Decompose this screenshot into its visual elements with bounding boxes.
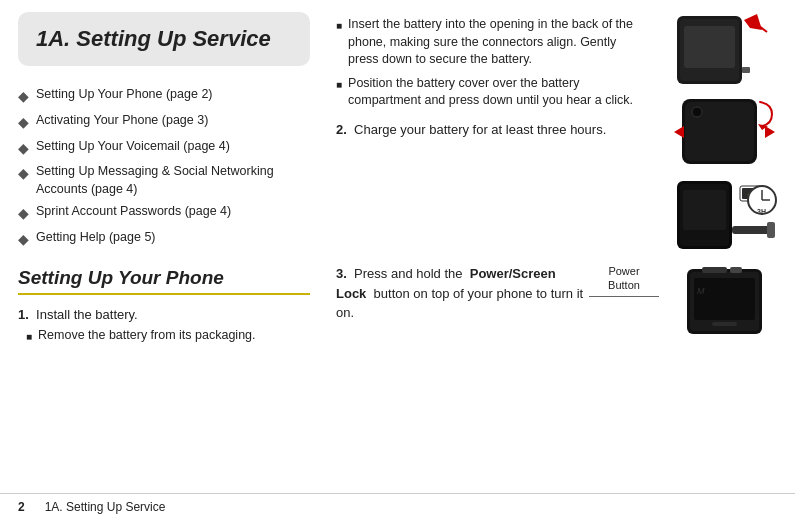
step-2-num: 2. [336,122,347,137]
list-item: ◆ Setting Up Messaging & Social Networki… [18,163,310,198]
svg-rect-29 [694,278,755,320]
footer-title: 1A. Setting Up Service [45,500,166,514]
sub-item-1-text: Remove the battery from its packaging. [38,327,255,345]
svg-rect-30 [712,322,737,326]
right-text-column: ■ Insert the battery into the opening in… [336,12,657,147]
step-3-num: 3. [336,266,347,281]
bullet-icon: ◆ [18,113,29,133]
step-1-num: 1. [18,307,29,322]
svg-rect-14 [683,190,726,230]
list-item: ◆ Sprint Account Passwords (page 4) [18,203,310,224]
bullet-icon: ◆ [18,164,29,184]
phone-image-4: M [672,264,777,342]
phone-image-2 [672,94,777,172]
step-1-block: 1. Install the battery. ■ Remove the bat… [18,307,310,345]
svg-rect-15 [732,226,772,234]
step-3-label: 3. Press and hold the Power/Screen Lock … [336,264,584,323]
step-2-text: Charge your battery for at least three h… [354,122,606,137]
step-3-block: 3. Press and hold the Power/Screen Lock … [336,264,584,328]
step-1-label: 1. Install the battery. [18,307,310,322]
chapter-title: 1A. Setting Up Service [36,26,292,52]
list-item: ◆ Setting Up Your Voicemail (page 4) [18,138,310,159]
svg-rect-27 [702,267,727,273]
bullet-icon: ◆ [18,87,29,107]
phone-image-1 [672,12,777,90]
chapter-title-box: 1A. Setting Up Service [18,12,310,66]
page-container: 1A. Setting Up Service ◆ Setting Up Your… [0,0,795,522]
svg-rect-28 [730,267,742,273]
svg-text:M: M [697,286,705,296]
right-column: ■ Insert the battery into the opening in… [328,12,777,483]
bullet-icon: ◆ [18,204,29,224]
toc-item-6: Getting Help (page 5) [36,229,156,247]
bullet-icon: ◆ [18,230,29,250]
toc-item-5: Sprint Account Passwords (page 4) [36,203,231,221]
phone-image-3: ⚡ 3H [672,176,777,254]
svg-rect-2 [684,26,735,68]
svg-rect-5 [742,67,750,73]
list-item: ◆ Setting Up Your Phone (page 2) [18,86,310,107]
toc-item-4: Setting Up Messaging & Social Networking… [36,163,310,198]
toc-item-1: Setting Up Your Phone (page 2) [36,86,213,104]
svg-rect-16 [767,222,775,238]
power-button-label: PowerButton [608,264,640,293]
bottom-section: 3. Press and hold the Power/Screen Lock … [336,264,777,342]
step-1-text: Install the battery. [36,307,138,322]
list-item: ◆ Activating Your Phone (page 3) [18,112,310,133]
toc-item-3: Setting Up Your Voicemail (page 4) [36,138,230,156]
step-3-prefix: Press and hold the [354,266,462,281]
svg-text:3H: 3H [757,208,766,215]
sub-item-3-text: Position the battery cover over the batt… [348,75,647,110]
footer: 2 1A. Setting Up Service [0,493,795,522]
sub-item-2-text: Insert the battery into the opening in t… [348,16,647,69]
toc-item-2: Activating Your Phone (page 3) [36,112,208,130]
list-item: ◆ Getting Help (page 5) [18,229,310,250]
sub-item-2: ■ Insert the battery into the opening in… [336,16,647,69]
bullet-icon: ◆ [18,139,29,159]
sub-item-1: ■ Remove the battery from its packaging. [26,327,310,345]
svg-marker-10 [765,126,775,138]
right-images-column: ⚡ 3H [657,12,777,254]
step-2-block: 2. Charge your battery for at least thre… [336,122,647,137]
right-top-section: ■ Insert the battery into the opening in… [336,12,777,254]
power-line [589,296,659,297]
svg-marker-9 [674,126,684,138]
toc-list: ◆ Setting Up Your Phone (page 2) ◆ Activ… [18,86,310,249]
section-title: Setting Up Your Phone [18,267,310,289]
step-2-label: 2. Charge your battery for at least thre… [336,122,647,137]
left-column: 1A. Setting Up Service ◆ Setting Up Your… [18,12,328,483]
section-divider [18,293,310,295]
sub-bullet-icon: ■ [336,19,342,33]
sub-item-3: ■ Position the battery cover over the ba… [336,75,647,110]
svg-marker-3 [744,14,762,30]
power-label-text: PowerButton [608,265,640,291]
footer-page-number: 2 [18,500,25,514]
main-content: 1A. Setting Up Service ◆ Setting Up Your… [0,0,795,493]
sub-bullet-icon: ■ [336,78,342,92]
svg-point-8 [692,107,702,117]
power-button-block: PowerButton [584,264,664,300]
sub-bullet-icon: ■ [26,330,32,344]
step-3-suffix: button on top of your phone to turn it o… [336,286,583,321]
